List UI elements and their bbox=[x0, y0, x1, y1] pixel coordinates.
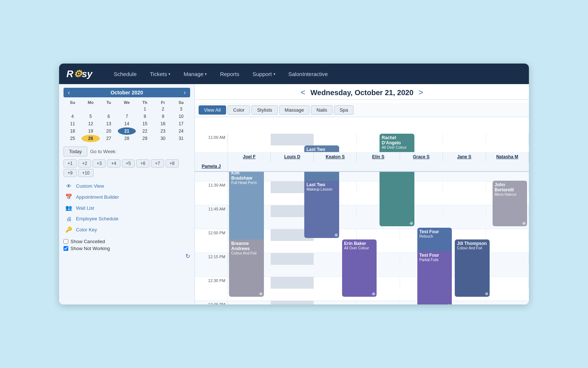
cal-day-cell[interactable]: 16 bbox=[154, 120, 172, 127]
schedule-cell[interactable] bbox=[271, 134, 314, 145]
appointment-block[interactable]: Rachel D'Angelo All Over Colour ... bbox=[380, 134, 414, 226]
cal-day-cell[interactable]: 25 bbox=[63, 135, 81, 142]
cal-day-cell[interactable]: 8 bbox=[136, 113, 154, 120]
schedule-cell[interactable] bbox=[486, 253, 529, 265]
schedule-cell[interactable] bbox=[228, 134, 271, 145]
cal-day-cell[interactable]: 20 bbox=[100, 127, 118, 135]
appointment-block[interactable]: Breanne Andrews Colour And Foil ... bbox=[229, 239, 264, 297]
cal-day-cell[interactable]: 13 bbox=[100, 120, 118, 127]
nav-schedule[interactable]: Schedule bbox=[107, 64, 144, 84]
week-offset-button[interactable]: +3 bbox=[92, 159, 106, 167]
sidebar-menu-item[interactable]: 📅 Appointment Builder bbox=[63, 191, 190, 202]
cal-day-cell[interactable]: 6 bbox=[100, 113, 118, 120]
show-cancelled-checkbox[interactable] bbox=[63, 239, 68, 244]
schedule-cell[interactable] bbox=[486, 229, 529, 241]
cal-day-cell[interactable]: 22 bbox=[136, 127, 154, 135]
sidebar-menu-item[interactable]: 👁 Custom View bbox=[63, 181, 190, 191]
cal-day-cell[interactable]: 21 bbox=[118, 127, 136, 135]
filter-button[interactable]: View All bbox=[199, 105, 226, 115]
week-offset-button[interactable]: +7 bbox=[151, 159, 164, 167]
refresh-button[interactable]: ↻ bbox=[185, 253, 190, 260]
filter-button[interactable]: Spa bbox=[334, 105, 353, 115]
cal-day-cell[interactable]: 29 bbox=[136, 135, 154, 142]
cal-day-cell[interactable]: 5 bbox=[81, 113, 99, 120]
cal-day-cell[interactable]: 28 bbox=[118, 135, 136, 142]
week-offset-button[interactable]: +8 bbox=[166, 159, 179, 167]
cal-day-cell[interactable]: 12 bbox=[81, 120, 99, 127]
prev-day-button[interactable]: < bbox=[301, 88, 305, 97]
week-offset-button[interactable]: +2 bbox=[78, 159, 91, 167]
next-month-button[interactable]: › bbox=[182, 89, 187, 96]
cal-day-cell[interactable]: 24 bbox=[172, 127, 190, 135]
cal-day-cell[interactable]: 14 bbox=[118, 120, 136, 127]
appointment-block[interactable]: Jill Thompson Colour And Foil bbox=[455, 239, 490, 297]
schedule-cell[interactable] bbox=[443, 134, 486, 145]
nav-saloninteractive[interactable]: SalonInteractive bbox=[282, 64, 335, 84]
schedule-cell[interactable] bbox=[357, 301, 400, 304]
schedule-cell[interactable] bbox=[486, 134, 529, 145]
schedule-cell[interactable] bbox=[195, 217, 228, 229]
schedule-cell[interactable] bbox=[443, 181, 486, 193]
stylist-header[interactable]: Jane S bbox=[443, 152, 486, 162]
nav-tickets[interactable]: Tickets▾ bbox=[143, 64, 177, 84]
today-button[interactable]: Today bbox=[63, 147, 87, 156]
cal-day-cell[interactable]: 11 bbox=[63, 120, 81, 127]
nav-support[interactable]: Support▾ bbox=[246, 64, 282, 84]
schedule-cell[interactable] bbox=[314, 134, 357, 145]
nav-reports[interactable]: Reports bbox=[213, 64, 246, 84]
appointment-block[interactable]: Test Four Partial Foils ... bbox=[417, 251, 452, 304]
filter-button[interactable]: Color bbox=[228, 105, 250, 115]
cal-day-cell[interactable]: 18 bbox=[63, 127, 81, 135]
schedule-cell[interactable] bbox=[314, 301, 357, 304]
cal-day-cell[interactable]: 23 bbox=[154, 127, 172, 135]
stylist-header[interactable]: Keaton S bbox=[314, 152, 357, 162]
stylist-header[interactable]: Grace S bbox=[400, 152, 443, 162]
sidebar-menu-item[interactable]: 👥 Wait List bbox=[63, 202, 190, 213]
appointment-block[interactable]: Erin Baker All Over Colour ... bbox=[342, 239, 377, 297]
cal-day-cell[interactable]: 9 bbox=[154, 113, 172, 120]
schedule-cell[interactable] bbox=[195, 289, 228, 300]
filter-button[interactable]: Nails bbox=[311, 105, 333, 115]
nav-manage[interactable]: Manage▾ bbox=[177, 64, 213, 84]
schedule-cell[interactable] bbox=[195, 241, 228, 253]
stylist-header[interactable]: Elin S bbox=[357, 152, 400, 162]
sidebar-menu-item[interactable]: 🖨 Employee Schedule bbox=[63, 213, 190, 224]
stylist-header[interactable]: Pamela J bbox=[195, 162, 228, 171]
schedule-cell[interactable] bbox=[486, 301, 529, 304]
filter-button[interactable]: Stylists bbox=[251, 105, 277, 115]
cal-day-cell[interactable]: 15 bbox=[136, 120, 154, 127]
sidebar-menu-item[interactable]: 🔑 Color Key bbox=[63, 224, 190, 235]
cal-day-cell[interactable]: 30 bbox=[154, 135, 172, 142]
cal-day-cell[interactable]: 19 bbox=[81, 127, 99, 135]
stylist-header[interactable]: Louis D bbox=[271, 152, 314, 162]
week-offset-button[interactable]: +4 bbox=[107, 159, 120, 167]
schedule-cell[interactable] bbox=[271, 301, 314, 304]
schedule-cell[interactable] bbox=[486, 277, 529, 289]
schedule-cell[interactable] bbox=[271, 253, 314, 265]
app-logo[interactable]: R⚙sy bbox=[66, 68, 92, 80]
week-offset-button[interactable]: +10 bbox=[78, 169, 94, 177]
week-offset-button[interactable]: +9 bbox=[63, 169, 77, 177]
cal-day-cell[interactable]: 3 bbox=[172, 105, 190, 113]
next-day-button[interactable]: > bbox=[418, 88, 423, 97]
appointment-block[interactable]: Last Two Makeup Lesson bbox=[304, 181, 339, 238]
stylist-header[interactable]: Natasha M bbox=[486, 152, 529, 162]
schedule-cell[interactable] bbox=[443, 205, 486, 217]
week-offset-button[interactable]: +5 bbox=[122, 159, 135, 167]
week-offset-button[interactable]: +6 bbox=[136, 159, 149, 167]
schedule-cell[interactable] bbox=[195, 265, 228, 277]
prev-month-button[interactable]: ‹ bbox=[66, 89, 71, 96]
stylist-header[interactable]: Joel F bbox=[228, 152, 271, 162]
cal-day-cell[interactable]: 17 bbox=[172, 120, 190, 127]
cal-day-cell[interactable]: 2 bbox=[154, 105, 172, 113]
cal-day-cell[interactable]: 1 bbox=[136, 105, 154, 113]
show-not-working-checkbox[interactable] bbox=[63, 246, 68, 251]
schedule-cell[interactable] bbox=[271, 277, 314, 289]
week-offset-button[interactable]: +1 bbox=[63, 159, 77, 167]
schedule-cell[interactable] bbox=[228, 301, 271, 304]
cal-day-cell[interactable]: 27 bbox=[100, 135, 118, 142]
cal-day-cell[interactable]: 4 bbox=[63, 113, 81, 120]
appointment-block[interactable]: John Bertorelli Mens Haircut ... bbox=[493, 181, 527, 226]
filter-button[interactable]: Massage bbox=[279, 105, 310, 115]
cal-day-cell[interactable]: 10 bbox=[172, 113, 190, 120]
